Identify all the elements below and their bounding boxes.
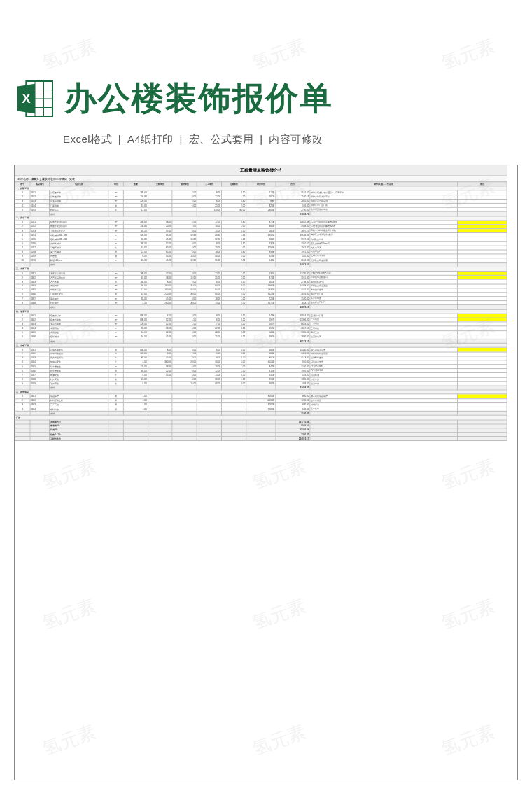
template-title: 办公楼装饰报价单 bbox=[64, 77, 333, 120]
svg-text:X: X bbox=[22, 91, 31, 106]
sheet-main-title: 工程量清单装饰报价书 bbox=[15, 165, 507, 176]
cell bbox=[30, 437, 50, 441]
cell bbox=[108, 437, 123, 441]
excel-icon: X bbox=[14, 78, 56, 120]
feature-formula: 宏、公式套用 bbox=[186, 133, 257, 145]
cell bbox=[123, 437, 148, 441]
feature-print: A4纸打印 bbox=[125, 133, 176, 145]
template-header: X 办公楼装饰报价单 bbox=[0, 0, 532, 129]
template-subtitle: Excel格式 | A4纸打印 | 宏、公式套用 | 内容可修改 bbox=[0, 129, 532, 159]
cell bbox=[310, 437, 458, 441]
cell bbox=[172, 437, 197, 441]
cell bbox=[148, 437, 172, 441]
feature-format: Excel格式 bbox=[60, 133, 115, 145]
cell: 224019.17 bbox=[276, 437, 310, 441]
cell bbox=[15, 437, 29, 441]
cell bbox=[246, 437, 276, 441]
feature-editable: 内容可修改 bbox=[266, 133, 326, 145]
cell: 工程总造价 bbox=[50, 437, 108, 441]
sheet-project-line: 工程名称：某某办公楼装饰装修工程项目一览表 bbox=[15, 176, 507, 182]
spreadsheet-preview: 工程量清单装饰报价书 工程名称：某某办公楼装饰装修工程项目一览表 序号项目编号项… bbox=[14, 164, 518, 780]
cell bbox=[458, 437, 507, 441]
cell bbox=[197, 437, 221, 441]
table-row: 工程总造价224019.17 bbox=[15, 437, 507, 441]
cell bbox=[222, 437, 246, 441]
quotation-table: 序号项目编号项目名称单位数量主材单价辅材单价人工单价机械单价综合单价合价材料及施… bbox=[15, 182, 507, 442]
